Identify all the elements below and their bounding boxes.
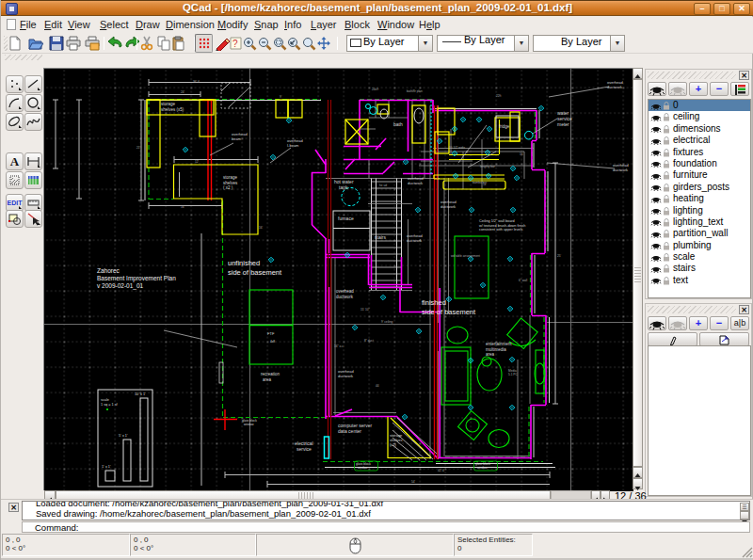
svg-text:side of basement: side of basement: [228, 268, 282, 277]
svg-text:?: ?: [232, 39, 238, 49]
svg-text:16': 16': [259, 226, 264, 230]
svg-text:consistent with upper levels: consistent with upper levels: [479, 228, 523, 232]
svg-text:side of basement: side of basement: [422, 308, 476, 316]
svg-text:8': 8': [466, 151, 469, 154]
svg-text:meter: meter: [557, 121, 569, 127]
svg-text:ductwork: ductwork: [607, 85, 622, 89]
svg-text:shelves: shelves: [223, 181, 238, 185]
svg-text:w/ textured brush-down finish: w/ textured brush-down finish: [479, 224, 525, 228]
svg-text:area: area: [263, 377, 272, 382]
svg-text:12': 12': [195, 160, 200, 164]
svg-text:ductwork: ductwork: [407, 238, 422, 243]
svg-text:10 1/2' wide: 10 1/2' wide: [449, 146, 465, 150]
svg-text:window: window: [244, 423, 254, 426]
svg-text:window: window: [477, 466, 488, 470]
svg-text:25': 25': [557, 254, 562, 258]
svg-text:9' ceiling: 9' ceiling: [381, 320, 393, 324]
svg-text:6" wall: 6" wall: [519, 279, 528, 282]
svg-text:area: area: [486, 352, 495, 357]
svg-text:21': 21': [136, 146, 141, 150]
svg-text:he ud: he ud: [379, 184, 387, 187]
svg-text:16: 16: [181, 205, 184, 209]
svg-text:storage: storage: [161, 102, 176, 106]
svg-text:44: 44: [376, 384, 379, 388]
svg-text:36'-6: 36'-6: [193, 80, 200, 84]
svg-text:42'-6: 42'-6: [438, 469, 444, 472]
svg-text:ductwork: ductwork: [336, 295, 354, 299]
svg-text:54': 54': [411, 480, 416, 484]
svg-text:multimedia: multimedia: [486, 347, 506, 352]
svg-text:ductwork: ductwork: [613, 168, 628, 172]
svg-text:lengthy bar: lengthy bar: [480, 165, 496, 168]
svg-text:9': 9': [280, 95, 282, 99]
svg-text:beam: beam: [232, 136, 242, 141]
svg-text:fridge: fridge: [499, 124, 510, 129]
svg-text:finished: finished: [422, 298, 446, 307]
svg-text:recreation: recreation: [261, 372, 280, 376]
svg-text:1x: 1x: [483, 183, 487, 186]
svg-text:8" duct: 8" duct: [364, 339, 374, 343]
svg-text:stairs: stairs: [375, 234, 386, 240]
svg-text:1' x 1': 1' x 1': [102, 465, 111, 469]
svg-text:22ft: 22ft: [496, 94, 501, 98]
svg-text:bath/flr plan: bath/flr plan: [407, 89, 423, 93]
svg-text:window: window: [358, 466, 368, 470]
svg-text:furnace: furnace: [338, 216, 354, 221]
svg-text:bath: bath: [393, 121, 403, 127]
svg-text:5.1 PC: 5.1 PC: [508, 373, 518, 376]
svg-text:1 sq = 1 sf: 1 sq = 1 sf: [101, 403, 119, 407]
svg-text:service: service: [296, 446, 312, 452]
svg-text:15' 10": 15' 10": [360, 308, 370, 312]
svg-text:entertainment: entertainment: [486, 342, 512, 346]
svg-text:I-beam: I-beam: [287, 143, 299, 148]
svg-text:wd table arrangement: wd table arrangement: [451, 254, 480, 258]
svg-text:scale: scale: [101, 398, 109, 402]
svg-text:storage: storage: [223, 175, 238, 180]
svg-text:ductwork: ductwork: [338, 374, 353, 378]
svg-text:ductwork: ductwork: [441, 204, 456, 209]
svg-text:FTF: FTF: [267, 331, 275, 336]
svg-text:unfinished: unfinished: [228, 259, 260, 267]
svg-text:( x2 ): ( x2 ): [223, 185, 233, 190]
svg-text:24': 24': [181, 90, 185, 94]
svg-text:shelves (x5): shelves (x5): [161, 107, 184, 112]
svg-text:Basement Improvement Plan: Basement Improvement Plan: [97, 275, 176, 282]
svg-text:Zahorec: Zahorec: [97, 267, 120, 274]
svg-text:10' x 1': 10' x 1': [135, 392, 146, 396]
svg-text:24x9: 24x9: [372, 88, 378, 91]
svg-text:ductwork: ductwork: [408, 181, 423, 185]
svg-text:v 2009-02-01_01: v 2009-02-01_01: [97, 282, 144, 290]
svg-text:overhead: overhead: [336, 289, 354, 294]
svg-text:data center: data center: [338, 428, 361, 434]
svg-text:4x8: 4x8: [270, 340, 275, 344]
svg-text:Ceiling 1/2" wall board: Ceiling 1/2" wall board: [479, 219, 515, 223]
svg-text:16" o.c.: 16" o.c.: [334, 344, 344, 348]
svg-text:16: 16: [520, 152, 523, 156]
svg-text:tank: tank: [339, 184, 348, 190]
svg-text:5' x 1': 5' x 1': [119, 434, 128, 438]
svg-text:(x2): (x2): [390, 442, 397, 447]
